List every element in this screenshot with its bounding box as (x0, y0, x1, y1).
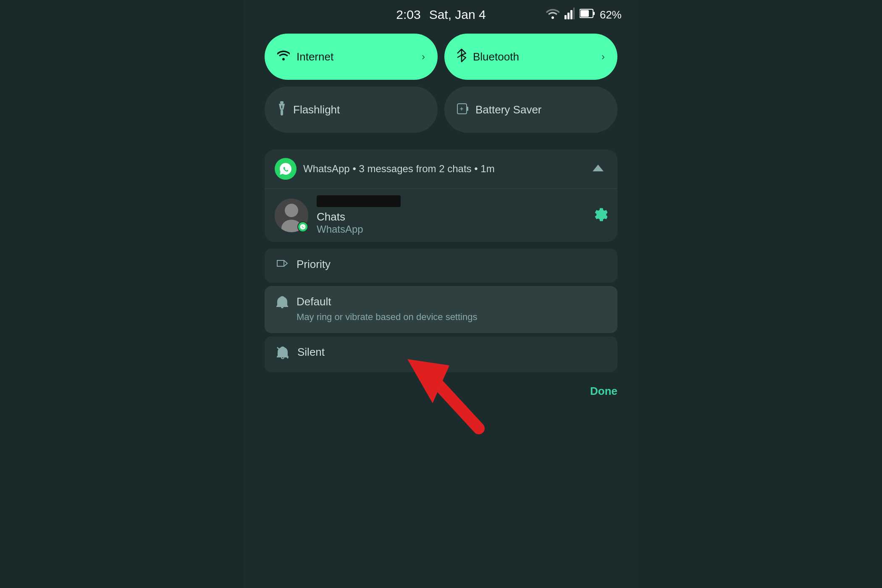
silent-title: Silent (297, 346, 606, 359)
battery-saver-label: Battery Saver (475, 103, 605, 116)
bluetooth-icon (457, 49, 466, 65)
priority-option[interactable]: Priority (265, 249, 617, 283)
signal-icon (564, 8, 575, 22)
status-date: Sat, Jan 4 (429, 8, 486, 22)
options-list: Priority Default May ring or vibrate bas… (265, 249, 617, 372)
battery-percent: 62% (600, 8, 622, 21)
wifi-icon (546, 8, 559, 22)
battery-saver-tile[interactable]: + Battery Saver (444, 87, 617, 133)
phone-screen: 2:03 Sat, Jan 4 (244, 0, 638, 588)
bluetooth-tile[interactable]: Bluetooth › (444, 34, 617, 80)
silent-option[interactable]: Silent (265, 336, 617, 372)
quick-tiles: Internet › Bluetooth › (244, 29, 638, 141)
notification-content: Chats WhatsApp (317, 195, 584, 235)
notification-body: Chats WhatsApp (265, 189, 617, 242)
bell-icon (276, 296, 288, 312)
flashlight-tile[interactable]: Flashlight (265, 87, 438, 133)
silent-icon (276, 346, 289, 363)
notification-header: WhatsApp • 3 messages from 2 chats • 1m (265, 150, 617, 189)
svg-rect-1 (567, 13, 570, 19)
internet-chevron: › (422, 51, 425, 63)
flashlight-label: Flashlight (293, 103, 425, 116)
status-time: 2:03 (396, 8, 420, 22)
battery-icon (580, 8, 595, 21)
tiles-row-1: Internet › Bluetooth › (265, 34, 617, 80)
redacted-name-bar (317, 195, 401, 207)
default-content: Default May ring or vibrate based on dev… (297, 295, 606, 324)
status-bar: 2:03 Sat, Jan 4 (244, 0, 638, 29)
default-option[interactable]: Default May ring or vibrate based on dev… (265, 286, 617, 333)
bluetooth-label: Bluetooth (473, 50, 595, 63)
priority-title: Priority (297, 258, 606, 271)
svg-rect-2 (570, 10, 572, 19)
default-title: Default (297, 295, 606, 308)
tiles-row-2: Flashlight + Battery Saver (265, 87, 617, 133)
flashlight-icon (277, 101, 286, 118)
notification-summary: WhatsApp • 3 messages from 2 chats • 1m (303, 163, 582, 175)
whatsapp-icon (275, 158, 297, 180)
svg-rect-11 (466, 107, 468, 111)
svg-rect-0 (564, 15, 567, 19)
notification-app-name: WhatsApp (317, 223, 584, 235)
bluetooth-chevron: › (601, 51, 605, 63)
svg-rect-5 (593, 12, 595, 15)
svg-point-14 (285, 204, 298, 217)
internet-tile[interactable]: Internet › (265, 34, 438, 80)
whatsapp-badge (297, 221, 308, 232)
internet-label: Internet (297, 50, 415, 63)
internet-icon (277, 50, 290, 64)
notification-card: WhatsApp • 3 messages from 2 chats • 1m (265, 150, 617, 242)
settings-icon[interactable] (592, 206, 607, 225)
svg-rect-3 (573, 8, 575, 19)
svg-text:+: + (460, 105, 463, 112)
priority-content: Priority (297, 258, 606, 271)
svg-rect-8 (281, 110, 283, 116)
priority-icon (276, 259, 288, 273)
svg-rect-6 (580, 10, 589, 17)
battery-saver-icon: + (457, 102, 469, 118)
chat-name: Chats (317, 210, 584, 223)
svg-rect-7 (280, 101, 284, 104)
done-button[interactable]: Done (590, 385, 617, 398)
status-icons: 62% (546, 8, 622, 22)
default-desc: May ring or vibrate based on device sett… (297, 311, 606, 324)
done-area: Done (244, 376, 638, 406)
silent-content: Silent (297, 346, 606, 359)
expand-button[interactable] (589, 160, 607, 178)
avatar-container (275, 199, 308, 232)
